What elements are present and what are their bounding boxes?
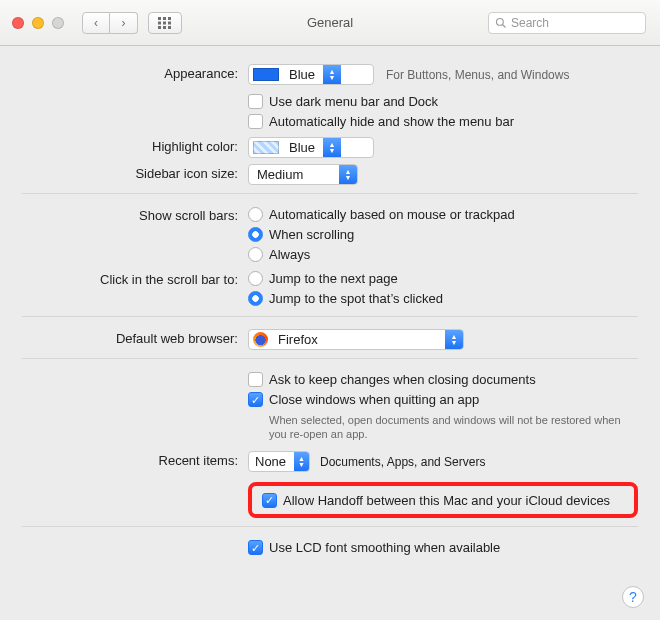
scrollbars-always-label: Always: [269, 246, 310, 264]
auto-hide-label: Automatically hide and show the menu bar: [269, 113, 514, 131]
svg-rect-1: [163, 17, 166, 20]
scrollbars-label: Show scroll bars:: [22, 206, 248, 223]
back-button[interactable]: ‹: [82, 12, 110, 34]
dark-menu-checkbox[interactable]: [248, 94, 263, 109]
grid-icon: [158, 17, 172, 29]
appearance-label: Appearance:: [22, 64, 248, 81]
svg-rect-3: [158, 21, 161, 24]
scrollbars-always-radio[interactable]: [248, 247, 263, 262]
divider: [22, 193, 638, 194]
minimize-window-button[interactable]: [32, 17, 44, 29]
clickscroll-label: Click in the scroll bar to:: [22, 270, 248, 287]
svg-rect-7: [163, 26, 166, 29]
svg-rect-8: [168, 26, 171, 29]
sidebar-value: Medium: [249, 167, 311, 182]
appearance-swatch: [253, 68, 279, 81]
ask-changes-label: Ask to keep changes when closing documen…: [269, 371, 536, 389]
recent-label: Recent items:: [22, 451, 248, 468]
recent-suffix: Documents, Apps, and Servers: [310, 455, 485, 469]
content: Appearance: Blue ▲▼ For Buttons, Menus, …: [0, 46, 660, 573]
handoff-label: Allow Handoff between this Mac and your …: [283, 493, 610, 508]
divider: [22, 526, 638, 527]
close-windows-note: When selected, open documents and window…: [269, 413, 629, 441]
sidebar-label: Sidebar icon size:: [22, 164, 248, 181]
nav-group: ‹ ›: [82, 12, 138, 34]
scrollbars-auto-radio[interactable]: [248, 207, 263, 222]
ask-changes-checkbox[interactable]: [248, 372, 263, 387]
browser-label: Default web browser:: [22, 329, 248, 346]
clickscroll-spot-radio[interactable]: [248, 291, 263, 306]
scrollbars-scroll-radio[interactable]: [248, 227, 263, 242]
firefox-icon: [253, 332, 268, 347]
forward-button[interactable]: ›: [110, 12, 138, 34]
svg-rect-5: [168, 21, 171, 24]
auto-hide-checkbox[interactable]: [248, 114, 263, 129]
lcd-smoothing-label: Use LCD font smoothing when available: [269, 539, 500, 557]
svg-rect-6: [158, 26, 161, 29]
svg-rect-0: [158, 17, 161, 20]
svg-point-9: [497, 18, 504, 25]
help-button[interactable]: ?: [622, 586, 644, 608]
svg-rect-2: [168, 17, 171, 20]
svg-line-10: [503, 24, 506, 27]
scrollbars-scroll-label: When scrolling: [269, 226, 354, 244]
divider: [22, 316, 638, 317]
scrollbars-auto-label: Automatically based on mouse or trackpad: [269, 206, 515, 224]
browser-dropdown[interactable]: Firefox ▲▼: [248, 329, 464, 350]
chevron-updown-icon: ▲▼: [445, 330, 463, 349]
chevron-updown-icon: ▲▼: [294, 452, 309, 471]
search-icon: [495, 17, 507, 29]
search-placeholder: Search: [511, 16, 549, 30]
window-title: General: [307, 15, 353, 30]
sidebar-dropdown[interactable]: Medium ▲▼: [248, 164, 358, 185]
lcd-smoothing-checkbox[interactable]: ✓: [248, 540, 263, 555]
search-field[interactable]: Search: [488, 12, 646, 34]
close-windows-label: Close windows when quitting an app: [269, 391, 479, 409]
handoff-checkbox[interactable]: ✓: [262, 493, 277, 508]
close-windows-checkbox[interactable]: ✓: [248, 392, 263, 407]
zoom-window-button[interactable]: [52, 17, 64, 29]
appearance-dropdown[interactable]: Blue ▲▼: [248, 64, 374, 85]
highlight-label: Highlight color:: [22, 137, 248, 154]
svg-rect-4: [163, 21, 166, 24]
browser-value: Firefox: [274, 332, 326, 347]
divider: [22, 358, 638, 359]
clickscroll-page-label: Jump to the next page: [269, 270, 398, 288]
recent-value: None: [249, 454, 294, 469]
appearance-hint: For Buttons, Menus, and Windows: [374, 68, 569, 82]
close-window-button[interactable]: [12, 17, 24, 29]
highlight-value: Blue: [285, 140, 323, 155]
appearance-value: Blue: [285, 67, 323, 82]
highlight-dropdown[interactable]: Blue ▲▼: [248, 137, 374, 158]
clickscroll-page-radio[interactable]: [248, 271, 263, 286]
clickscroll-spot-label: Jump to the spot that’s clicked: [269, 290, 443, 308]
show-all-button[interactable]: [148, 12, 182, 34]
handoff-callout: ✓ Allow Handoff between this Mac and you…: [248, 482, 638, 518]
window-controls: [12, 17, 64, 29]
highlight-swatch: [253, 141, 279, 154]
recent-dropdown[interactable]: None ▲▼: [248, 451, 310, 472]
dark-menu-label: Use dark menu bar and Dock: [269, 93, 438, 111]
chevron-updown-icon: ▲▼: [323, 65, 341, 84]
titlebar: ‹ › General Search: [0, 0, 660, 46]
chevron-updown-icon: ▲▼: [339, 165, 357, 184]
chevron-updown-icon: ▲▼: [323, 138, 341, 157]
